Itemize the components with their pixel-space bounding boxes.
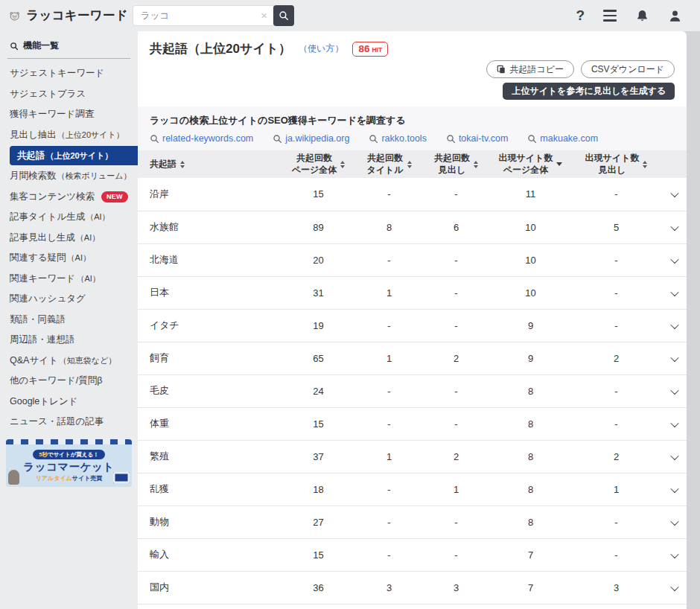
column-header-label: 共起回数タイトル — [366, 153, 403, 176]
value-cell: 6 — [424, 211, 488, 243]
help-icon[interactable]: ? — [576, 7, 585, 24]
hit-unit: HIT — [372, 46, 382, 54]
site-link[interactable]: makuake.com — [527, 133, 598, 144]
table-row[interactable]: 飼育651292 — [138, 342, 687, 374]
value-cell: - — [354, 374, 424, 407]
table-row[interactable]: 輸入15--7- — [138, 538, 687, 571]
chevron-down-icon[interactable] — [670, 189, 678, 197]
chevron-down-icon[interactable] — [670, 386, 678, 394]
value-cell: 3 — [573, 571, 659, 604]
copy-cooccurrence-button[interactable]: 共起語コピー — [486, 60, 574, 78]
table-row[interactable]: 乱獲18-181 — [138, 473, 687, 506]
table-row[interactable]: 北海道20--10- — [138, 243, 687, 276]
expand-cell — [659, 571, 687, 604]
value-cell: 8 — [488, 374, 573, 407]
generate-headings-button[interactable]: 上位サイトを参考に見出しを生成する — [503, 83, 675, 100]
site-link-label: related-keywords.com — [162, 133, 253, 144]
banner-subtitle: リアルタイムサイト売買 — [6, 474, 132, 482]
sidebar-item[interactable]: サジェストキーワード — [0, 63, 138, 84]
sidebar-item[interactable]: 周辺語・連想語 — [0, 330, 138, 351]
expand-cell — [659, 243, 687, 276]
chevron-down-icon[interactable] — [670, 549, 678, 558]
column-header[interactable]: 共起語 — [138, 150, 283, 178]
usage-link[interactable]: （使い方） — [299, 42, 343, 55]
chevron-down-icon[interactable] — [670, 418, 678, 427]
promo-banner[interactable]: 5秒でサイトが買える！ ラッコマーケット リアルタイムサイト売買 — [6, 439, 132, 487]
value-cell: 27 — [283, 506, 354, 538]
cooccurrence-word: 乱獲 — [138, 473, 283, 506]
column-header[interactable]: 共起回数見出し — [424, 150, 488, 178]
sidebar-item[interactable]: 見出し抽出（上位20サイト） — [0, 125, 138, 146]
sidebar-item-sublabel: （AI） — [76, 273, 100, 284]
table-row[interactable]: 日本311-10- — [138, 276, 687, 309]
new-badge: NEW — [101, 191, 128, 203]
column-header[interactable]: 共起回数ページ全体 — [283, 150, 354, 178]
sidebar-item[interactable]: ニュース・話題の記事 — [0, 412, 138, 433]
table-row[interactable]: 国内363373 — [138, 571, 687, 604]
site-link-label: tokai-tv.com — [459, 133, 508, 144]
menu-icon[interactable] — [603, 10, 617, 21]
column-header[interactable]: 出現サイト数見出し — [573, 150, 659, 178]
value-cell: 15 — [283, 178, 354, 211]
value-cell: 1 — [354, 440, 424, 473]
bell-icon[interactable] — [635, 9, 649, 23]
column-header-label: 共起回数ページ全体 — [292, 153, 337, 176]
logo[interactable]: ラッコキーワード — [0, 7, 128, 25]
sidebar-item[interactable]: 関連する疑問（AI） — [0, 248, 138, 269]
sidebar-item[interactable]: 月間検索数（検索ボリューム） — [0, 166, 138, 187]
site-link[interactable]: ja.wikipedia.org — [273, 133, 349, 144]
chevron-down-icon[interactable] — [670, 484, 678, 492]
sidebar-item[interactable]: 集客コンテンツ検索NEW — [0, 187, 138, 208]
table-row[interactable]: 水族館8986105 — [138, 211, 687, 243]
table-row[interactable]: 繁殖371282 — [138, 440, 687, 473]
sidebar-item[interactable]: 共起語（上位20サイト） — [10, 146, 138, 165]
value-cell: 2 — [573, 342, 659, 374]
sidebar-item[interactable]: 関連キーワード（AI） — [0, 269, 138, 290]
site-link[interactable]: rakko.tools — [369, 133, 426, 144]
sidebar-item[interactable]: サジェストプラス — [0, 84, 138, 105]
cooccurrence-word: 日本 — [138, 276, 283, 309]
sidebar-item[interactable]: 類語・同義語 — [0, 310, 138, 331]
value-cell: - — [424, 243, 488, 276]
cooccurrence-word: 北海道 — [138, 243, 283, 276]
search-icon — [273, 134, 282, 144]
table-row[interactable]: 沿岸15--11- — [138, 178, 687, 211]
table-row[interactable]: 動物27--8- — [138, 506, 687, 538]
chevron-down-icon[interactable] — [670, 582, 678, 590]
table-row[interactable]: イタチ19--9- — [138, 309, 687, 342]
value-cell: - — [573, 538, 659, 571]
info-bar: ラッコの検索上位サイトのSEO獲得キーワードを調査する related-keyw… — [138, 106, 687, 150]
value-cell: - — [573, 374, 659, 407]
column-header[interactable]: 出現サイト数ページ全体 — [488, 150, 573, 178]
chevron-down-icon[interactable] — [670, 222, 678, 230]
column-header[interactable]: 共起回数タイトル — [354, 150, 424, 178]
table-row[interactable]: 体重15--8- — [138, 407, 687, 440]
sidebar-item[interactable]: 記事タイトル生成（AI） — [0, 207, 138, 228]
chevron-down-icon[interactable] — [670, 287, 678, 296]
chevron-down-icon[interactable] — [670, 451, 678, 459]
value-cell: - — [573, 309, 659, 342]
hit-badge: 86 HIT — [352, 42, 388, 57]
sidebar-item[interactable]: Q&Aサイト（知恵袋など） — [0, 351, 138, 372]
sidebar-item[interactable]: 獲得キーワード調査 — [0, 104, 138, 125]
table-row[interactable]: 毛皮24--8- — [138, 374, 687, 407]
chevron-down-icon[interactable] — [670, 517, 678, 525]
sidebar-item[interactable]: 記事見出し生成（AI） — [0, 228, 138, 249]
sidebar-item[interactable]: 関連ハッシュタグ — [0, 289, 138, 310]
sidebar-item-sublabel: （上位20サイト） — [57, 130, 124, 141]
site-link[interactable]: related-keywords.com — [150, 133, 253, 144]
clear-icon[interactable]: × — [261, 9, 267, 22]
chevron-down-icon[interactable] — [670, 353, 678, 361]
chevron-down-icon[interactable] — [670, 320, 678, 328]
chevron-down-icon[interactable] — [670, 255, 678, 263]
search-input[interactable] — [133, 5, 274, 26]
sort-icon — [180, 161, 185, 168]
site-link[interactable]: tokai-tv.com — [446, 133, 508, 144]
csv-download-button[interactable]: CSVダウンロード — [581, 60, 675, 78]
column-header-label: 共起回数見出し — [434, 153, 470, 176]
cooccurrence-word: 飼育 — [138, 342, 283, 374]
user-icon[interactable] — [668, 9, 682, 23]
sidebar-item[interactable]: Googleトレンド — [0, 392, 138, 412]
sidebar-item[interactable]: 他のキーワード/質問β — [0, 371, 138, 392]
search-button[interactable] — [273, 5, 294, 26]
